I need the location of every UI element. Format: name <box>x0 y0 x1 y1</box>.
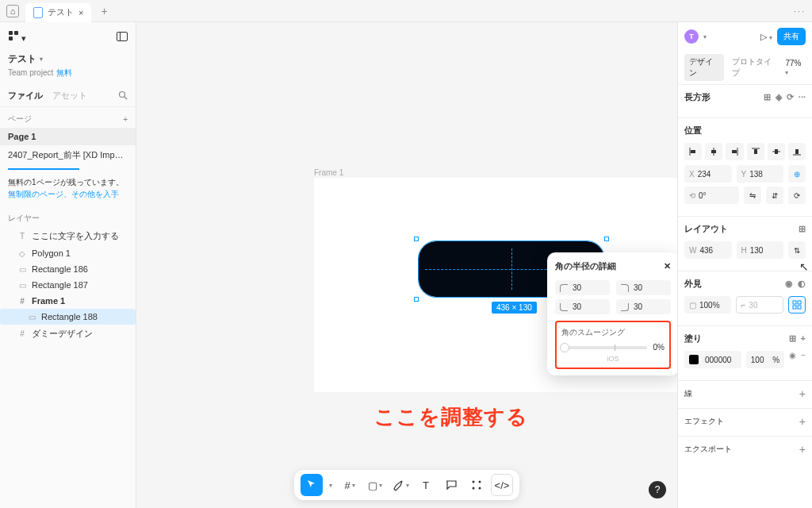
frame-tool[interactable]: #▾ <box>339 474 361 496</box>
add-export-button[interactable]: + <box>799 443 806 456</box>
comment-tool[interactable] <box>440 474 462 496</box>
add-effect-button[interactable]: + <box>799 415 806 428</box>
close-icon[interactable]: ✕ <box>664 261 671 271</box>
panel-toggle-icon[interactable] <box>117 32 128 41</box>
share-button[interactable]: 共有 <box>777 28 806 45</box>
flip-horizontal-button[interactable]: ⇋ <box>744 187 761 204</box>
fill-opacity-input[interactable]: 100 % <box>746 351 784 368</box>
page-item[interactable]: 2407_Report_前半 [XD Import] (30-Ju… <box>0 145 136 165</box>
close-tab-icon[interactable]: × <box>79 8 83 17</box>
shape-tool[interactable]: ▢▾ <box>364 474 386 496</box>
blend-icon[interactable]: ◐ <box>798 279 806 289</box>
smoothing-label: 角のスムージング <box>561 327 665 338</box>
height-input[interactable]: H130 <box>737 241 784 259</box>
zoom-level[interactable]: 77% ▾ <box>785 59 806 76</box>
corner-radius-input[interactable]: ⌐30 <box>736 296 784 314</box>
search-icon[interactable] <box>118 90 128 102</box>
layer-item[interactable]: ▭Rectangle 186 <box>0 261 136 277</box>
layer-item[interactable]: #ダミーデザイン <box>0 325 136 343</box>
position-options-button[interactable]: ⊕ <box>788 165 806 183</box>
corner-radius-details-button[interactable] <box>788 296 806 314</box>
corner-tl-input[interactable]: 30 <box>555 280 610 295</box>
move-tool[interactable] <box>301 474 323 496</box>
main-menu-button[interactable]: ▾ <box>8 30 26 44</box>
flip-vertical-button[interactable]: ⇵ <box>766 187 783 204</box>
constrain-proportions-button[interactable]: ⇅ <box>788 241 806 259</box>
align-top-button[interactable] <box>747 143 764 160</box>
x-input[interactable]: X234 <box>684 165 732 183</box>
fill-visibility-icon[interactable]: ◉ <box>789 351 796 368</box>
width-input[interactable]: W436 <box>684 241 732 259</box>
rotation-input[interactable]: ⟲0° <box>684 187 739 204</box>
layer-type-icon: ▭ <box>27 313 36 321</box>
files-tab[interactable]: ファイル <box>8 90 43 102</box>
add-page-button[interactable]: + <box>123 115 128 124</box>
pen-tool[interactable]: ▾ <box>389 474 412 496</box>
align-bottom-button[interactable] <box>788 143 806 160</box>
dev-mode-toggle[interactable]: </> <box>491 474 513 496</box>
corner-br-input[interactable]: 30 <box>616 299 671 314</box>
avatar[interactable]: T <box>684 29 699 44</box>
popup-title: 角の半径の詳細 <box>555 260 616 272</box>
resize-handle-bl[interactable] <box>414 297 419 302</box>
corner-bl-input[interactable]: 30 <box>555 299 610 314</box>
align-hcenter-button[interactable] <box>705 143 722 160</box>
text-tool[interactable]: T <box>415 474 437 496</box>
layer-item[interactable]: ◇Polygon 1 <box>0 245 136 261</box>
shape-type-label: 長方形 <box>684 91 710 103</box>
document-tab[interactable]: テスト × <box>25 3 91 22</box>
pages-section-label: ページ <box>8 114 32 125</box>
fill-style-icon[interactable]: ⊞ <box>789 333 796 344</box>
svg-point-3 <box>120 91 125 97</box>
opacity-input[interactable]: ▢100% <box>684 296 731 314</box>
visibility-icon[interactable]: ◉ <box>785 279 793 289</box>
instance-icon[interactable]: ◈ <box>776 92 782 102</box>
resize-handle-tr[interactable] <box>604 237 609 241</box>
stroke-section-label: 線 <box>684 388 692 399</box>
remove-fill-button[interactable]: − <box>801 351 806 368</box>
overflow-menu-icon[interactable]: ··· <box>794 6 806 16</box>
component-icon[interactable]: ⊞ <box>764 92 771 102</box>
svg-rect-1 <box>14 31 18 35</box>
layer-item[interactable]: #Frame 1 <box>0 293 136 309</box>
add-fill-button[interactable]: + <box>801 333 806 344</box>
mask-icon[interactable]: ⟳ <box>787 92 794 102</box>
effects-section-label: エフェクト <box>684 416 724 427</box>
project-title[interactable]: テスト ▾ <box>8 52 128 66</box>
layer-item[interactable]: ▭Rectangle 187 <box>0 277 136 293</box>
smoothing-slider[interactable] <box>561 346 647 349</box>
svg-rect-24 <box>798 306 801 309</box>
more-icon[interactable]: ··· <box>799 92 806 102</box>
layer-item[interactable]: ▭Rectangle 188 <box>0 309 136 325</box>
rotate-90-button[interactable]: ⟳ <box>788 187 806 204</box>
fill-color-input[interactable]: 000000 <box>684 351 741 368</box>
layer-type-icon: ▭ <box>17 265 27 274</box>
layer-item[interactable]: Tここに文字を入力する <box>0 227 136 245</box>
corner-tr-input[interactable]: 30 <box>616 280 671 295</box>
page-item[interactable]: Page 1 <box>0 128 136 145</box>
corner-radius-popup[interactable]: 角の半径の詳細 ✕ 30 30 30 30 角のスムージング 0% iOS <box>547 252 679 375</box>
frame-label[interactable]: Frame 1 <box>314 168 343 177</box>
y-input[interactable]: Y138 <box>737 165 784 183</box>
move-tool-chevron[interactable]: ▾ <box>326 474 335 496</box>
layout-section-label: レイアウト <box>684 223 728 235</box>
add-stroke-button[interactable]: + <box>799 387 806 400</box>
present-button[interactable]: ▷ ▾ <box>760 32 772 42</box>
align-vcenter-button[interactable] <box>768 143 785 160</box>
slider-knob[interactable] <box>560 343 569 352</box>
svg-rect-12 <box>711 150 716 153</box>
align-left-button[interactable] <box>684 143 702 160</box>
home-icon[interactable]: ⌂ <box>6 5 19 17</box>
tab-prototype[interactable]: プロトタイプ <box>727 54 782 81</box>
resize-handle-tl[interactable] <box>414 237 419 241</box>
assets-tab[interactable]: アセット <box>52 90 87 102</box>
auto-layout-icon[interactable]: ⊞ <box>799 224 806 234</box>
svg-rect-2 <box>9 37 13 40</box>
new-tab-button[interactable]: + <box>101 5 107 17</box>
tab-design[interactable]: デザイン <box>684 54 724 81</box>
upgrade-link[interactable]: 無制限のページ、その他を入手 <box>8 190 119 198</box>
align-right-button[interactable] <box>726 143 743 160</box>
actions-tool[interactable] <box>465 474 488 496</box>
svg-rect-21 <box>793 301 796 304</box>
help-button[interactable]: ? <box>649 481 666 498</box>
